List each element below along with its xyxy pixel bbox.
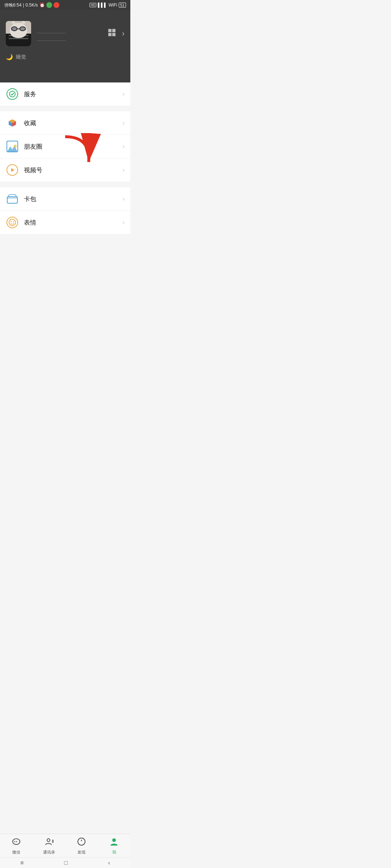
menu-item-video[interactable]: 视频号 › <box>0 158 130 182</box>
svg-point-22 <box>10 221 12 222</box>
svg-rect-10 <box>114 33 115 34</box>
main-menu-section: 收藏 › 朋友圈 › <box>0 111 130 182</box>
collect-chevron-icon: › <box>123 120 125 126</box>
video-label: 视频号 <box>24 166 123 174</box>
svg-point-11 <box>9 91 15 97</box>
collect-icon <box>7 117 18 129</box>
sleep-row: 🌙 睡觉 <box>6 54 125 60</box>
service-chevron-icon: › <box>123 91 125 97</box>
friends-circle-icon <box>7 141 18 152</box>
svg-point-16 <box>14 145 17 148</box>
profile-left <box>6 21 66 46</box>
collect-icon-wrap <box>6 116 19 129</box>
profile-chevron-icon[interactable]: › <box>122 29 125 38</box>
emoji-chevron-icon: › <box>123 219 125 226</box>
service-label: 服务 <box>24 90 123 98</box>
profile-row[interactable]: › <box>6 21 125 46</box>
menu-item-collect[interactable]: 收藏 › <box>0 111 130 135</box>
signal-icon: ▌▌▌ <box>98 3 107 8</box>
status-bar: 傍晚6:54 | 0.5K/s ⏰ HD ▌▌▌ WiFi 51 <box>0 0 130 10</box>
card-chevron-icon: › <box>123 196 125 202</box>
sleep-icon: 🌙 <box>6 54 13 60</box>
sleep-text: 睡觉 <box>16 54 26 60</box>
friends-label: 朋友圈 <box>24 142 123 151</box>
card-label: 卡包 <box>24 195 123 203</box>
collect-label: 收藏 <box>24 119 123 127</box>
alarm-icon: ⏰ <box>39 3 45 8</box>
service-icon <box>7 88 18 100</box>
svg-rect-9 <box>113 35 114 36</box>
status-right: HD ▌▌▌ WiFi 51 <box>89 3 126 8</box>
hd-badge: HD <box>89 3 96 7</box>
section-gap-2 <box>0 184 130 187</box>
utility-menu-section: 卡包 › 表情 › <box>0 187 130 234</box>
svg-point-21 <box>9 219 16 226</box>
section-gap-1 <box>0 109 130 111</box>
card-wallet-icon <box>7 194 18 204</box>
svg-rect-3 <box>109 30 110 31</box>
svg-rect-4 <box>113 30 114 31</box>
profile-right[interactable]: › <box>108 28 125 39</box>
svg-point-23 <box>13 221 14 222</box>
avatar[interactable] <box>6 21 31 46</box>
network-speed: 0.5K/s <box>25 3 38 8</box>
qr-code-icon[interactable] <box>108 28 116 39</box>
wifi-icon: WiFi <box>109 3 117 8</box>
profile-info <box>37 26 66 41</box>
svg-rect-5 <box>109 34 110 35</box>
emoji-label: 表情 <box>24 218 123 227</box>
service-section: 服务 › <box>0 82 130 106</box>
video-icon-wrap <box>6 163 19 176</box>
friends-chevron-icon: › <box>123 143 125 150</box>
emoji-icon-wrap <box>6 216 19 229</box>
speed-display: | <box>23 3 24 8</box>
svg-rect-20 <box>7 197 17 199</box>
svg-rect-8 <box>114 35 115 36</box>
time-display: 傍晚6:54 <box>4 2 21 8</box>
profile-id <box>37 35 66 41</box>
status-left: 傍晚6:54 | 0.5K/s ⏰ <box>4 2 59 8</box>
video-channel-icon <box>7 164 18 176</box>
menu-item-card[interactable]: 卡包 › <box>0 187 130 211</box>
nav-spacer <box>0 237 130 273</box>
video-chevron-icon: › <box>123 167 125 173</box>
card-icon-wrap <box>6 192 19 205</box>
profile-name <box>37 26 66 33</box>
app-icon-1 <box>46 2 52 8</box>
menu-item-service[interactable]: 服务 › <box>0 82 130 106</box>
emoji-face-icon <box>7 217 18 228</box>
svg-rect-7 <box>113 33 114 34</box>
svg-marker-18 <box>11 168 14 172</box>
battery-display: 51 <box>119 3 126 8</box>
profile-header: › 🌙 睡觉 <box>0 10 130 82</box>
app-icon-2 <box>54 2 59 8</box>
menu-item-friends[interactable]: 朋友圈 › <box>0 135 130 158</box>
service-icon-wrap <box>6 88 19 101</box>
friends-icon-wrap <box>6 140 19 153</box>
menu-item-emoji[interactable]: 表情 › <box>0 211 130 234</box>
